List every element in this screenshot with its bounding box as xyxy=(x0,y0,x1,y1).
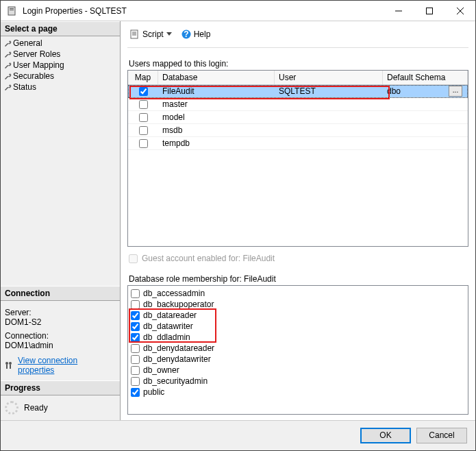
cell-database: tempdb xyxy=(158,138,275,148)
map-checkbox[interactable] xyxy=(139,113,148,122)
toolbar: Script ? Help xyxy=(127,27,468,48)
cell-database: msdb xyxy=(158,125,275,135)
cell-database: model xyxy=(158,112,275,122)
nav-item-general[interactable]: General xyxy=(1,38,120,49)
nav-item-label: General xyxy=(13,38,42,48)
svg-point-8 xyxy=(9,362,12,365)
titlebar: Login Properties - SQLTEST xyxy=(1,1,475,21)
progress-header: Progress xyxy=(1,380,120,395)
col-schema[interactable]: Default Schema xyxy=(383,71,468,84)
col-database[interactable]: Database xyxy=(158,71,275,84)
svg-rect-0 xyxy=(8,7,15,15)
role-membership-list[interactable]: db_accessadmindb_backupoperatordb_datare… xyxy=(127,285,468,415)
view-connection-properties-link[interactable]: View connection properties xyxy=(5,356,116,375)
map-checkbox[interactable] xyxy=(139,139,148,148)
role-row[interactable]: db_denydatawriter xyxy=(131,354,465,365)
mapping-row[interactable]: model xyxy=(128,111,468,124)
help-icon: ? xyxy=(181,29,191,39)
guest-account-checkbox xyxy=(129,254,138,263)
cell-schema: dbo... xyxy=(383,86,468,97)
role-checkbox[interactable] xyxy=(131,344,140,353)
nav-item-label: Status xyxy=(13,82,36,92)
right-panel: Script ? Help Users mapped to this login… xyxy=(121,21,475,420)
mapping-row[interactable]: msdb xyxy=(128,124,468,137)
wrench-icon xyxy=(3,72,12,80)
col-map[interactable]: Map xyxy=(128,71,158,84)
role-checkbox[interactable] xyxy=(131,289,140,298)
role-name: db_denydatawriter xyxy=(143,354,211,364)
role-row[interactable]: db_denydatareader xyxy=(131,343,465,354)
svg-rect-2 xyxy=(10,10,14,10)
role-checkbox[interactable] xyxy=(131,311,140,320)
properties-icon xyxy=(5,361,14,369)
close-button[interactable] xyxy=(444,1,475,21)
user-mapping-grid[interactable]: Map Database User Default Schema FileAud… xyxy=(127,70,468,247)
wrench-icon xyxy=(3,50,12,58)
wrench-icon xyxy=(3,61,12,69)
role-checkbox[interactable] xyxy=(131,322,140,331)
role-name: db_accessadmin xyxy=(143,289,205,298)
cell-user: SQLTEST xyxy=(275,86,383,96)
mapping-row[interactable]: tempdb xyxy=(128,137,468,150)
role-row[interactable]: public xyxy=(131,387,465,398)
cell-database: master xyxy=(158,99,275,109)
nav-item-securables[interactable]: Securables xyxy=(1,71,120,82)
map-checkbox[interactable] xyxy=(139,100,148,109)
login-properties-window: Login Properties - SQLTEST Select a page… xyxy=(0,0,476,451)
minimize-button[interactable] xyxy=(383,1,414,21)
role-name: db_datareader xyxy=(143,310,197,320)
schema-browse-button[interactable]: ... xyxy=(449,86,462,97)
svg-marker-15 xyxy=(166,32,172,36)
role-checkbox[interactable] xyxy=(131,366,140,375)
select-page-header: Select a page xyxy=(1,21,120,36)
script-button[interactable]: Script xyxy=(127,28,175,40)
left-panel: Select a page GeneralServer RolesUser Ma… xyxy=(1,21,121,420)
role-checkbox[interactable] xyxy=(131,333,140,342)
role-name: db_backupoperator xyxy=(143,300,214,309)
role-row[interactable]: db_accessadmin xyxy=(131,288,465,299)
svg-rect-4 xyxy=(426,8,432,14)
col-user[interactable]: User xyxy=(275,71,383,84)
svg-point-7 xyxy=(5,362,8,365)
role-name: db_ddladmin xyxy=(143,332,190,342)
role-checkbox[interactable] xyxy=(131,300,140,309)
progress-status: Ready xyxy=(24,403,48,413)
connection-header: Connection xyxy=(1,286,120,301)
role-name: db_datawriter xyxy=(143,321,193,331)
mapping-row[interactable]: FileAuditSQLTESTdbo... xyxy=(128,85,468,98)
nav-item-server-roles[interactable]: Server Roles xyxy=(1,49,120,60)
view-connection-properties-label: View connection properties xyxy=(18,356,116,375)
map-checkbox[interactable] xyxy=(139,87,148,96)
mapping-row[interactable]: master xyxy=(128,98,468,111)
role-row[interactable]: db_ddladmin xyxy=(131,332,465,343)
role-row[interactable]: db_datareader xyxy=(131,310,465,321)
role-row[interactable]: db_securityadmin xyxy=(131,376,465,387)
ok-button[interactable]: OK xyxy=(360,428,411,443)
help-label: Help xyxy=(194,29,211,39)
connection-label: Connection: xyxy=(5,331,116,341)
role-checkbox[interactable] xyxy=(131,355,140,364)
role-checkbox[interactable] xyxy=(131,377,140,386)
nav-item-status[interactable]: Status xyxy=(1,82,120,93)
role-row[interactable]: db_datawriter xyxy=(131,321,465,332)
cancel-button[interactable]: Cancel xyxy=(416,428,467,443)
maximize-button[interactable] xyxy=(414,1,444,21)
role-row[interactable]: db_backupoperator xyxy=(131,299,465,310)
window-title: Login Properties - SQLTEST xyxy=(21,6,383,16)
dialog-footer: OK Cancel xyxy=(1,420,475,450)
nav-item-user-mapping[interactable]: User Mapping xyxy=(1,60,120,71)
page-nav: GeneralServer RolesUser MappingSecurable… xyxy=(1,36,120,94)
role-checkbox[interactable] xyxy=(131,388,140,397)
script-label: Script xyxy=(142,29,164,39)
app-icon xyxy=(6,5,17,16)
help-button[interactable]: ? Help xyxy=(179,28,214,40)
role-name: db_securityadmin xyxy=(143,376,208,386)
svg-rect-1 xyxy=(10,8,14,9)
script-icon xyxy=(130,29,140,39)
role-name: db_denydatareader xyxy=(143,343,214,353)
wrench-icon xyxy=(3,39,12,47)
role-row[interactable]: db_owner xyxy=(131,365,465,376)
wrench-icon xyxy=(3,83,12,91)
progress-spinner-icon xyxy=(5,401,18,415)
map-checkbox[interactable] xyxy=(139,126,148,135)
